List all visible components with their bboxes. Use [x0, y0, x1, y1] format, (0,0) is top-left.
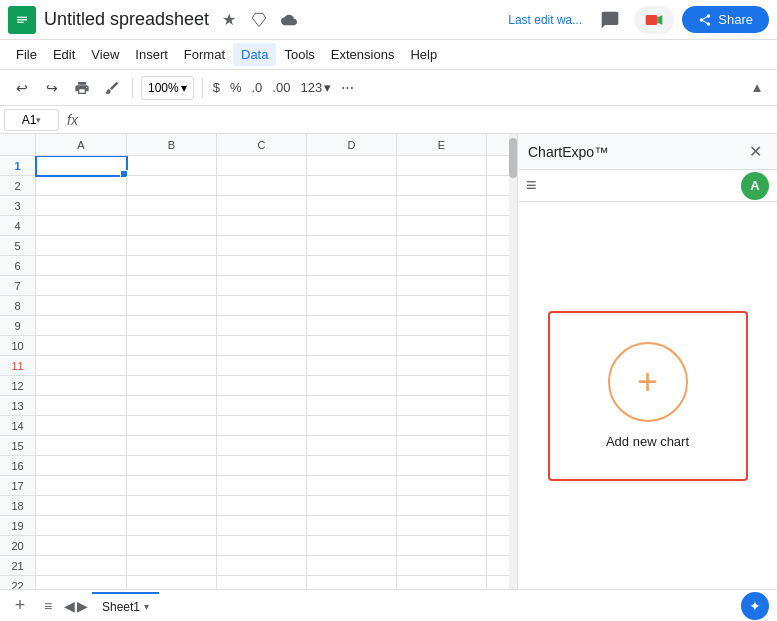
- more-options-button[interactable]: ⋯: [337, 74, 358, 102]
- redo-button[interactable]: ↪: [38, 74, 66, 102]
- list-item[interactable]: [36, 456, 127, 476]
- list-item[interactable]: [217, 496, 307, 516]
- menu-format[interactable]: Format: [176, 43, 233, 66]
- list-item[interactable]: [36, 536, 127, 556]
- cloud-save-icon[interactable]: [277, 8, 301, 32]
- menu-view[interactable]: View: [83, 43, 127, 66]
- list-item[interactable]: [217, 276, 307, 296]
- list-item[interactable]: [36, 316, 127, 336]
- add-chart-card[interactable]: + Add new chart: [548, 311, 748, 481]
- vertical-scrollbar[interactable]: [509, 134, 517, 589]
- list-item[interactable]: [36, 436, 127, 456]
- currency-button[interactable]: $: [209, 74, 224, 102]
- list-item[interactable]: [127, 236, 217, 256]
- list-item[interactable]: [36, 356, 127, 376]
- col-header-b[interactable]: B: [127, 134, 217, 156]
- share-button[interactable]: Share: [682, 6, 769, 33]
- list-item[interactable]: [127, 216, 217, 236]
- menu-edit[interactable]: Edit: [45, 43, 83, 66]
- list-item[interactable]: [307, 156, 397, 176]
- list-item[interactable]: [397, 316, 487, 336]
- list-item[interactable]: [397, 536, 487, 556]
- list-item[interactable]: [397, 416, 487, 436]
- percent-button[interactable]: %: [226, 74, 246, 102]
- formula-input[interactable]: [86, 109, 773, 131]
- list-item[interactable]: [127, 516, 217, 536]
- list-item[interactable]: [397, 216, 487, 236]
- col-header-d[interactable]: D: [307, 134, 397, 156]
- list-item[interactable]: [127, 476, 217, 496]
- drive-icon[interactable]: [247, 8, 271, 32]
- list-item[interactable]: [307, 176, 397, 196]
- list-item[interactable]: [307, 196, 397, 216]
- list-item[interactable]: [36, 296, 127, 316]
- undo-button[interactable]: ↩: [8, 74, 36, 102]
- list-item[interactable]: [127, 496, 217, 516]
- list-item[interactable]: [36, 416, 127, 436]
- list-item[interactable]: [127, 376, 217, 396]
- list-item[interactable]: [127, 396, 217, 416]
- list-item[interactable]: [36, 516, 127, 536]
- list-item[interactable]: [36, 156, 127, 176]
- list-item[interactable]: [307, 556, 397, 576]
- last-edit-link[interactable]: Last edit wa...: [508, 13, 582, 27]
- list-item[interactable]: [397, 576, 487, 589]
- list-item[interactable]: [127, 556, 217, 576]
- list-item[interactable]: [307, 436, 397, 456]
- list-item[interactable]: [217, 556, 307, 576]
- list-item[interactable]: [127, 316, 217, 336]
- number-format-button[interactable]: 123 ▾: [296, 74, 335, 102]
- list-item[interactable]: [127, 436, 217, 456]
- list-item[interactable]: [217, 456, 307, 476]
- col-header-c[interactable]: C: [217, 134, 307, 156]
- list-item[interactable]: [127, 156, 217, 176]
- list-item[interactable]: [36, 176, 127, 196]
- list-item[interactable]: [127, 456, 217, 476]
- list-item[interactable]: [307, 516, 397, 536]
- list-item[interactable]: [397, 336, 487, 356]
- list-item[interactable]: [397, 436, 487, 456]
- list-item[interactable]: [217, 376, 307, 396]
- list-item[interactable]: [36, 396, 127, 416]
- list-item[interactable]: [307, 356, 397, 376]
- menu-help[interactable]: Help: [402, 43, 445, 66]
- list-item[interactable]: [307, 416, 397, 436]
- list-item[interactable]: [127, 256, 217, 276]
- list-item[interactable]: [36, 276, 127, 296]
- collapse-toolbar-button[interactable]: ▲: [745, 76, 769, 100]
- zoom-control[interactable]: 100% ▾: [141, 76, 194, 100]
- list-item[interactable]: [217, 296, 307, 316]
- list-item[interactable]: [217, 316, 307, 336]
- list-item[interactable]: [307, 236, 397, 256]
- list-item[interactable]: [307, 296, 397, 316]
- list-item[interactable]: [36, 476, 127, 496]
- list-item[interactable]: [127, 336, 217, 356]
- list-item[interactable]: [217, 236, 307, 256]
- list-item[interactable]: [397, 256, 487, 276]
- list-item[interactable]: [217, 256, 307, 276]
- list-item[interactable]: [217, 516, 307, 536]
- list-item[interactable]: [397, 476, 487, 496]
- sheet-tab-sheet1[interactable]: Sheet1 ▾: [92, 592, 159, 620]
- list-item[interactable]: [36, 236, 127, 256]
- star-icon[interactable]: ★: [217, 8, 241, 32]
- meet-button[interactable]: [634, 6, 674, 34]
- list-item[interactable]: [36, 556, 127, 576]
- list-item[interactable]: [127, 536, 217, 556]
- panel-menu-icon[interactable]: ≡: [526, 175, 537, 196]
- paint-format-button[interactable]: [98, 74, 126, 102]
- explore-button[interactable]: ✦: [741, 592, 769, 620]
- menu-data[interactable]: Data: [233, 43, 276, 66]
- list-item[interactable]: [217, 416, 307, 436]
- list-item[interactable]: [217, 176, 307, 196]
- list-item[interactable]: [307, 496, 397, 516]
- list-item[interactable]: [127, 276, 217, 296]
- list-item[interactable]: [307, 476, 397, 496]
- list-item[interactable]: [217, 196, 307, 216]
- list-item[interactable]: [217, 356, 307, 376]
- scroll-right-icon[interactable]: ▶: [77, 598, 88, 614]
- list-item[interactable]: [307, 396, 397, 416]
- list-item[interactable]: [307, 456, 397, 476]
- list-item[interactable]: [127, 416, 217, 436]
- list-item[interactable]: [307, 256, 397, 276]
